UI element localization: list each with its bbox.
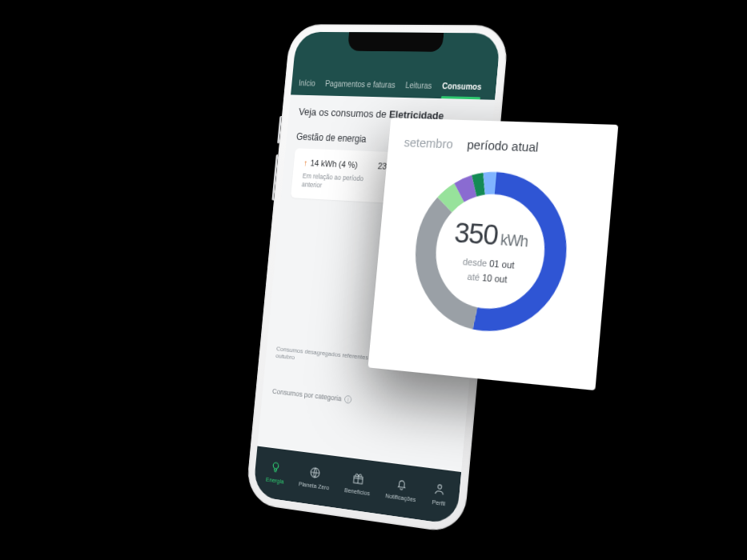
bulb-icon xyxy=(269,460,283,476)
svg-point-0 xyxy=(273,462,279,469)
section-gestao-title: Gestão de energia xyxy=(295,131,366,145)
donut-from-date: 01 out xyxy=(488,258,514,270)
tab-leituras[interactable]: Leituras xyxy=(404,81,432,98)
period-overlay-card: setembro período atual 350kWh desde 01 o… xyxy=(367,118,618,390)
donut-from-label: desde xyxy=(462,256,487,268)
category-header: Consumos por categoria i xyxy=(271,387,456,415)
nav-perfil[interactable]: Perfil xyxy=(431,481,447,507)
nav-notif-label: Notificações xyxy=(384,492,416,503)
gift-icon xyxy=(351,470,365,486)
nav-beneficios[interactable]: Benefícios xyxy=(343,470,371,497)
info-icon[interactable]: i xyxy=(343,395,351,404)
donut-to-label: até xyxy=(467,271,480,282)
overlay-tab-current[interactable]: período atual xyxy=(466,137,539,154)
bottom-nav: Energia Planeta Zero Benefícios xyxy=(252,446,461,526)
overlay-tab-prev[interactable]: setembro xyxy=(403,135,453,151)
donut-value: 350 xyxy=(452,216,499,251)
donut-center-value: 350kWh xyxy=(452,216,529,254)
phone-notch xyxy=(347,32,444,52)
nav-energia[interactable]: Energia xyxy=(265,459,285,485)
tab-inicio[interactable]: Início xyxy=(297,78,315,95)
donut-unit: kWh xyxy=(500,231,528,250)
nav-energia-label: Energia xyxy=(265,476,283,486)
donut-range: desde 01 out até 10 out xyxy=(460,254,515,286)
phone-frame: Início Pagamentos e faturas Leituras Con… xyxy=(245,24,509,534)
bell-icon xyxy=(394,476,408,493)
tab-pagamentos[interactable]: Pagamentos e faturas xyxy=(323,79,395,98)
metric-delta-sub-2: anterior xyxy=(301,180,322,189)
person-icon xyxy=(432,481,448,498)
category-header-text: Consumos por categoria xyxy=(271,387,341,402)
arrow-up-icon: ↑ xyxy=(303,158,307,167)
donut-chart: 350kWh desde 01 out até 10 out xyxy=(398,158,584,350)
tab-consumos[interactable]: Consumos xyxy=(440,82,481,99)
nav-notificacoes[interactable]: Notificações xyxy=(384,475,417,504)
metric-delta-value: 14 kWh (4 %) xyxy=(310,158,358,170)
svg-rect-2 xyxy=(353,476,363,484)
donut-to-date: 10 out xyxy=(481,272,507,284)
nav-planeta[interactable]: Planeta Zero xyxy=(298,463,331,491)
nav-planeta-label: Planeta Zero xyxy=(298,480,329,491)
globe-icon xyxy=(307,465,322,481)
page-title-prefix: Veja os consumos de xyxy=(298,106,389,120)
svg-point-3 xyxy=(438,485,442,490)
metric-delta: ↑14 kWh (4 %) xyxy=(303,158,357,170)
nav-beneficios-label: Benefícios xyxy=(343,486,370,497)
nav-perfil-label: Perfil xyxy=(432,498,445,507)
